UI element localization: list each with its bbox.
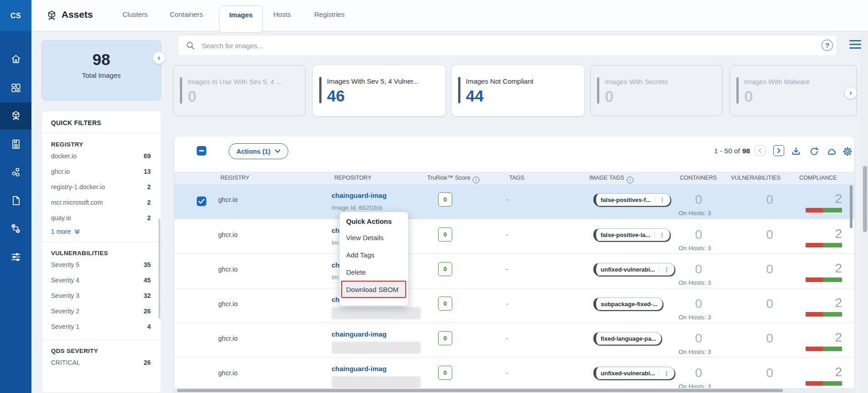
summary-card-sev54[interactable]: Images With Sev 5, 4 Vulner... 46 bbox=[313, 65, 445, 116]
horizontal-scrollbar[interactable] bbox=[174, 388, 854, 393]
summary-card-in-use[interactable]: Images In Use With Sev 5, 4 ... 0 bbox=[173, 65, 306, 116]
page-scrollbar-thumb[interactable] bbox=[863, 166, 867, 232]
cloud-button[interactable] bbox=[826, 146, 837, 157]
tab-containers[interactable]: Containers bbox=[170, 10, 203, 18]
filter-item[interactable]: Severity 445 bbox=[51, 272, 151, 287]
registry-cell: ghcr.io bbox=[218, 231, 238, 238]
filter-item[interactable]: ghcr.io13 bbox=[51, 164, 151, 179]
total-images-card[interactable]: 98 Total Images bbox=[41, 40, 161, 101]
horizontal-scrollbar-thumb[interactable] bbox=[177, 389, 783, 392]
col-image-tags[interactable]: IMAGE TAGSi bbox=[589, 171, 633, 184]
filter-item[interactable]: Severity 14 bbox=[51, 319, 151, 334]
filter-item[interactable]: CRITICAL26 bbox=[51, 355, 151, 370]
table-row[interactable]: ghcr.io chainguard-imag Image Id: 682f1f… bbox=[174, 184, 854, 219]
compliance-count: 2 bbox=[821, 227, 842, 241]
sidebar-item-settings[interactable] bbox=[0, 243, 31, 271]
compliance-count: 2 bbox=[821, 330, 842, 345]
collapse-panel-button[interactable]: ‹ bbox=[153, 51, 165, 64]
kebab-menu-icon[interactable]: ⋮ bbox=[655, 196, 665, 203]
image-tag-pill[interactable]: fixed-language-pa... bbox=[593, 332, 661, 345]
table-scrollbar-thumb[interactable] bbox=[850, 185, 853, 228]
kebab-menu-icon[interactable]: ⋮ bbox=[659, 266, 669, 273]
sidebar-item-home[interactable] bbox=[0, 45, 31, 73]
menu-item-add-tags[interactable]: Add Tags bbox=[346, 251, 374, 259]
kebab-menu-icon[interactable]: ⋮ bbox=[659, 370, 669, 377]
image-tag-pill[interactable]: false-positive-la...⋮ bbox=[593, 228, 670, 241]
table-row[interactable]: ghcr.io chainguard-imag 0 - fixed-langua… bbox=[174, 322, 854, 357]
help-icon[interactable]: ? bbox=[822, 40, 833, 51]
col-containers[interactable]: CONTAINERS bbox=[680, 171, 717, 184]
info-icon[interactable]: i bbox=[473, 176, 480, 183]
sidebar-item-clusters[interactable] bbox=[0, 159, 31, 186]
cards-next-button[interactable]: › bbox=[844, 86, 857, 99]
table-row[interactable]: ghcr.io chainguard-imag Im 0 - false-pos… bbox=[174, 219, 854, 253]
col-registry[interactable]: REGISTRY bbox=[220, 171, 250, 184]
tab-registries[interactable]: Registries bbox=[314, 10, 345, 18]
table-row[interactable]: ghcr.io chainguard-imag Im 0 - unfixed-v… bbox=[174, 253, 854, 288]
image-tag-pill[interactable]: subpackage-fixed-... bbox=[593, 297, 663, 310]
summary-card-malware[interactable]: Images With Malware 0 bbox=[730, 65, 857, 116]
filter-item[interactable]: registry-1.docker.io2 bbox=[51, 179, 151, 194]
filter-item[interactable]: Severity 332 bbox=[51, 288, 151, 303]
col-vulnerabilities[interactable]: VULNERABILITIES bbox=[731, 171, 781, 184]
on-hosts-label: On Hosts: 3 bbox=[679, 279, 711, 286]
filter-item[interactable]: docker.io69 bbox=[51, 148, 151, 163]
download-button[interactable] bbox=[791, 146, 802, 157]
containers-count: 0 bbox=[689, 192, 708, 207]
vulnerabilities-count: 0 bbox=[761, 262, 779, 277]
sidebar-item-documents[interactable] bbox=[0, 187, 31, 214]
settings-button[interactable] bbox=[842, 146, 853, 157]
double-chevron-down-icon bbox=[74, 229, 80, 234]
summary-card-not-compliant[interactable]: Images Not Compliant 44 bbox=[452, 65, 584, 116]
quick-actions-menu: Quick Actions View Details Add Tags Dele… bbox=[340, 212, 408, 306]
page-scrollbar[interactable] bbox=[862, 31, 868, 393]
sidebar-item-pipelines[interactable] bbox=[0, 215, 31, 242]
image-tag-pill[interactable]: unfixed-vulnerabi...⋮ bbox=[593, 367, 674, 379]
menu-icon[interactable] bbox=[849, 40, 861, 50]
col-trurisk-score[interactable]: TruRisk™ Scorei bbox=[427, 171, 480, 184]
select-all-checkbox[interactable] bbox=[197, 146, 206, 156]
refresh-button[interactable] bbox=[809, 146, 820, 157]
containers-count: 0 bbox=[689, 366, 708, 380]
search-input[interactable] bbox=[201, 36, 807, 55]
image-tag-pill[interactable]: unfixed-vulnerabi...⋮ bbox=[593, 263, 674, 276]
tab-images[interactable]: Images bbox=[219, 5, 263, 33]
repository-link[interactable]: chainguard-imag bbox=[332, 191, 387, 199]
app-logo[interactable]: CS bbox=[0, 0, 31, 31]
sidebar-item-assets[interactable] bbox=[0, 102, 31, 130]
actions-button[interactable]: Actions (1) bbox=[229, 143, 288, 159]
sidebar-item-dashboards[interactable] bbox=[0, 74, 31, 101]
image-tag-pill[interactable]: false-positives-f...⋮ bbox=[593, 193, 670, 206]
repository-link[interactable]: chainguard-imag bbox=[332, 330, 387, 338]
summary-card-secrets[interactable]: Images With Secrets 0 bbox=[590, 65, 723, 116]
repository-link[interactable]: chainguard-imag bbox=[332, 365, 387, 373]
sidebar-item-reports[interactable] bbox=[0, 131, 31, 158]
kebab-menu-icon[interactable]: ⋮ bbox=[654, 232, 665, 238]
redacted-image-id bbox=[332, 342, 421, 354]
filter-item[interactable]: Severity 226 bbox=[51, 303, 151, 318]
menu-item-download-sbom[interactable]: Download SBOM bbox=[341, 281, 406, 298]
show-more-link[interactable]: 1 more bbox=[51, 228, 151, 235]
filter-item[interactable]: mcr.microsoft.com2 bbox=[51, 195, 151, 210]
col-compliance[interactable]: COMPLIANCE bbox=[799, 171, 837, 184]
next-page-button[interactable] bbox=[773, 145, 784, 156]
table-row[interactable]: ghcr.io chainguard-imag 0 - unfixed-vuln… bbox=[174, 357, 854, 392]
filters-scrollbar-thumb[interactable] bbox=[158, 219, 160, 319]
tags-cell: - bbox=[506, 231, 508, 238]
filter-item[interactable]: Severity 535 bbox=[51, 257, 151, 272]
col-tags[interactable]: TAGS bbox=[509, 171, 524, 184]
table-row[interactable]: ghcr.io chainguard-imag 0 - subpackage-f… bbox=[174, 288, 854, 322]
row-checkbox-checked[interactable] bbox=[197, 196, 206, 206]
image-id: Im bbox=[332, 274, 338, 281]
trurisk-score-badge: 0 bbox=[438, 262, 452, 276]
trurisk-score-badge: 0 bbox=[438, 297, 452, 311]
info-icon[interactable]: i bbox=[627, 176, 633, 183]
tab-clusters[interactable]: Clusters bbox=[123, 10, 148, 18]
tab-hosts[interactable]: Hosts bbox=[273, 10, 291, 18]
previous-page-button[interactable] bbox=[755, 145, 766, 156]
col-repository[interactable]: REPOSITORY bbox=[334, 171, 372, 184]
chevron-right-icon: › bbox=[849, 89, 852, 97]
menu-item-view-details[interactable]: View Details bbox=[346, 234, 383, 242]
menu-item-delete[interactable]: Delete bbox=[346, 268, 366, 276]
filter-item[interactable]: quay.io2 bbox=[51, 210, 151, 225]
